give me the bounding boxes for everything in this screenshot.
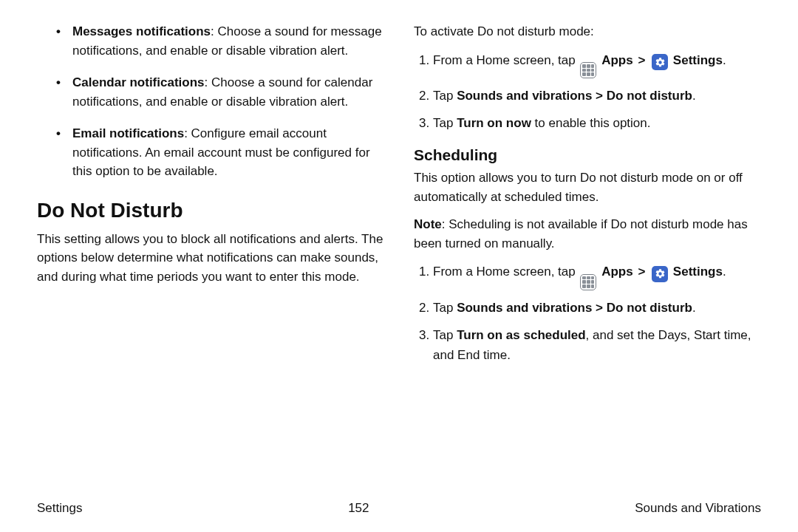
manual-page: Messages notifications: Choose a sound f… (0, 0, 798, 532)
bullet-calendar: Calendar notifications: Choose a sound f… (72, 73, 384, 111)
scheduling-note: Note: Scheduling is not available if Do … (414, 215, 761, 253)
footer-right: Sounds and Vibrations (635, 501, 761, 516)
step-tail: . (692, 89, 696, 103)
scheduling-steps: From a Home screen, tap Apps > Settings.… (414, 262, 761, 365)
footer-left: Settings (37, 501, 82, 516)
settings-label: Settings (673, 53, 723, 67)
step-text: Tap (433, 301, 457, 315)
footer-page-number: 152 (348, 501, 369, 516)
step-1: From a Home screen, tap Apps > Settings. (433, 50, 761, 78)
settings-label: Settings (673, 265, 723, 279)
step-tail: . (692, 301, 696, 315)
step-path: Sounds and vibrations > Do not disturb (457, 301, 692, 315)
notification-bullets: Messages notifications: Choose a sound f… (37, 22, 384, 181)
settings-icon (652, 266, 668, 282)
step-3: Tap Turn on as scheduled, and set the Da… (433, 325, 761, 365)
content-columns: Messages notifications: Choose a sound f… (37, 22, 761, 372)
apps-label: Apps (601, 53, 633, 67)
step-text: From a Home screen, tap (433, 53, 579, 67)
step-2: Tap Sounds and vibrations > Do not distu… (433, 86, 761, 106)
apps-label: Apps (601, 265, 633, 279)
bullet-label: Messages notifications (72, 24, 211, 38)
breadcrumb-separator: > (638, 265, 645, 279)
step-text: Tap (433, 116, 457, 130)
bullet-messages: Messages notifications: Choose a sound f… (72, 22, 384, 60)
breadcrumb-separator: > (638, 53, 645, 67)
left-column: Messages notifications: Choose a sound f… (37, 22, 384, 372)
activate-steps: From a Home screen, tap Apps > Settings.… (414, 50, 761, 134)
dnd-description: This setting allows you to block all not… (37, 230, 384, 287)
step-tail: . (723, 265, 726, 279)
heading-scheduling: Scheduling (414, 146, 761, 164)
step-text: Tap (433, 328, 457, 342)
step-3: Tap Turn on now to enable this option. (433, 113, 761, 133)
settings-icon (652, 54, 668, 70)
apps-icon (580, 62, 596, 78)
note-label: Note (414, 217, 442, 231)
step-path: Sounds and vibrations > Do not disturb (457, 89, 692, 103)
page-footer: Settings 152 Sounds and Vibrations (37, 497, 761, 516)
step-action: Turn on now (457, 116, 531, 130)
apps-icon (580, 274, 596, 290)
step-tail: . (723, 53, 726, 67)
bullet-email: Email notifications: Configure email acc… (72, 124, 384, 181)
heading-do-not-disturb: Do Not Disturb (37, 199, 384, 222)
step-1: From a Home screen, tap Apps > Settings. (433, 262, 761, 290)
step-tail: to enable this option. (531, 116, 651, 130)
note-body: : Scheduling is not available if Do not … (414, 217, 748, 250)
scheduling-description: This option allows you to turn Do not di… (414, 168, 761, 206)
bullet-label: Email notifications (72, 126, 184, 140)
bullet-label: Calendar notifications (72, 75, 205, 89)
step-text: From a Home screen, tap (433, 265, 579, 279)
step-text: Tap (433, 89, 457, 103)
step-action: Turn on as scheduled (457, 328, 585, 342)
step-2: Tap Sounds and vibrations > Do not distu… (433, 298, 761, 318)
activate-intro: To activate Do not disturb mode: (414, 22, 761, 41)
right-column: To activate Do not disturb mode: From a … (414, 22, 761, 372)
